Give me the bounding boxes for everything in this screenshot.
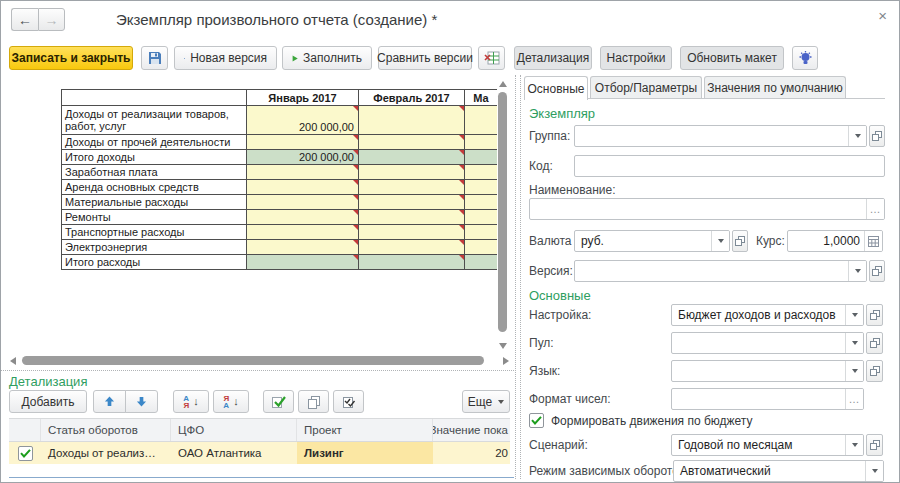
row-label[interactable]: Итого доходы (62, 150, 247, 165)
row-label[interactable]: Электроэнергия (62, 240, 247, 255)
sheet-row[interactable]: Ремонты (62, 210, 497, 225)
currency-open-button[interactable] (732, 230, 748, 252)
move-down-button[interactable] (125, 390, 158, 413)
number-format-ellipsis-button[interactable]: … (845, 389, 863, 409)
column-header-cfo[interactable]: ЦФО (171, 419, 297, 441)
group-dropdown-button[interactable] (848, 126, 866, 146)
tab-main[interactable]: Основные (524, 76, 588, 100)
setting-dropdown-button[interactable] (845, 305, 863, 325)
number-format-field[interactable]: … (671, 388, 864, 410)
save-button[interactable] (141, 46, 168, 70)
cell-feb[interactable] (359, 150, 465, 165)
rate-field[interactable]: 1,0000 (787, 230, 883, 252)
code-field[interactable] (574, 155, 885, 177)
language-open-button[interactable] (866, 360, 883, 382)
cell-article[interactable]: Доходы от реализ… (41, 442, 171, 464)
group-field[interactable] (574, 125, 867, 147)
new-version-button[interactable]: Новая версия (174, 46, 277, 70)
pool-open-button[interactable] (866, 332, 883, 354)
close-icon[interactable]: × (878, 7, 887, 24)
detailing-table-row[interactable]: Доходы от реализ… ОАО Атлантика Лизинг 2… (9, 442, 510, 464)
column-header-project[interactable]: Проект (297, 419, 433, 441)
group-open-button[interactable] (869, 125, 885, 147)
sheet-row[interactable]: Транспортные расходы (62, 225, 497, 240)
version-open-button[interactable] (869, 260, 885, 282)
cell-jan[interactable] (247, 165, 359, 180)
copy-button[interactable] (298, 390, 329, 413)
cell-feb[interactable] (359, 225, 465, 240)
horizontal-scroll-thumb[interactable] (22, 356, 484, 365)
checkbox-column-header[interactable] (9, 419, 41, 441)
currency-field[interactable]: руб. (574, 230, 730, 252)
scroll-up-icon[interactable] (499, 81, 507, 87)
cell-mar-clipped[interactable] (465, 106, 497, 135)
pool-dropdown-button[interactable] (845, 333, 863, 353)
sheet-row[interactable]: Доходы от реализации товаров, работ, усл… (62, 106, 497, 135)
hint-button[interactable] (792, 46, 818, 70)
row-checkbox[interactable] (18, 446, 33, 461)
column-header-value[interactable]: Значение пока (433, 419, 510, 441)
cell-feb[interactable] (359, 210, 465, 225)
save-and-close-button[interactable]: Записать и закрыть (9, 46, 133, 70)
cell-mar-clipped[interactable] (465, 150, 497, 165)
dependent-mode-dropdown-button[interactable] (865, 461, 883, 481)
tab-default-values[interactable]: Значения по умолчанию (704, 76, 846, 99)
scenario-open-button[interactable] (866, 434, 883, 456)
movements-checkbox[interactable] (529, 413, 544, 428)
sheet-horizontal-scrollbar[interactable] (9, 355, 510, 367)
sheet-vertical-scrollbar[interactable] (497, 79, 509, 349)
row-label[interactable]: Ремонты (62, 210, 247, 225)
row-label[interactable]: Доходы от реализации товаров, работ, усл… (62, 106, 247, 135)
cell-feb[interactable] (359, 195, 465, 210)
cell-jan[interactable] (247, 240, 359, 255)
movements-checkbox-row[interactable]: Формировать движения по бюджету (529, 413, 753, 428)
add-row-button[interactable]: Добавить (9, 390, 87, 413)
language-field[interactable] (671, 360, 864, 382)
pool-field[interactable] (671, 332, 864, 354)
cell-mar-clipped[interactable] (465, 240, 497, 255)
setting-field[interactable]: Бюджет доходов и расходов (671, 304, 864, 326)
scroll-left-icon[interactable] (10, 357, 16, 365)
cell-jan[interactable]: 200 000,00 (247, 106, 359, 135)
cell-cfo[interactable]: ОАО Атлантика (171, 442, 297, 464)
cell-mar-clipped[interactable] (465, 135, 497, 150)
compare-versions-button[interactable]: Сравнить версии (378, 46, 472, 70)
setting-open-button[interactable] (866, 304, 883, 326)
cell-feb[interactable] (359, 180, 465, 195)
set-flag-button[interactable] (263, 390, 294, 413)
update-layout-button[interactable]: Обновить макет (680, 46, 784, 70)
rate-calculator-button[interactable] (864, 231, 882, 251)
row-label[interactable]: Транспортные расходы (62, 225, 247, 240)
cell-mar-clipped[interactable] (465, 225, 497, 240)
horizontal-splitter[interactable] (1, 370, 514, 371)
cell-feb[interactable] (359, 240, 465, 255)
forward-button[interactable]: → (38, 8, 65, 31)
move-up-button[interactable] (93, 390, 126, 413)
scenario-field[interactable]: Годовой по месяцам (671, 434, 864, 456)
cell-jan[interactable] (247, 135, 359, 150)
row-label[interactable]: Итого расходы (62, 255, 247, 270)
cell-jan[interactable] (247, 255, 359, 270)
scroll-right-icon[interactable] (503, 357, 509, 365)
sheet-row[interactable]: Аренда основных средств (62, 180, 497, 195)
sheet-row[interactable]: Электроэнергия (62, 240, 497, 255)
fill-button[interactable]: Заполнить (282, 46, 372, 70)
back-button[interactable]: ← (11, 8, 38, 31)
tab-filter-parameters[interactable]: Отбор/Параметры (590, 76, 702, 99)
more-button[interactable]: Еще (462, 390, 510, 413)
sort-ascending-button[interactable]: АЯ↓ (173, 390, 209, 413)
row-label[interactable]: Материальные расходы (62, 195, 247, 210)
cell-feb[interactable] (359, 135, 465, 150)
row-label[interactable]: Заработная плата (62, 165, 247, 180)
scenario-dropdown-button[interactable] (845, 435, 863, 455)
cell-mar-clipped[interactable] (465, 180, 497, 195)
scroll-down-icon[interactable] (499, 343, 507, 349)
excel-export-button[interactable] (478, 46, 505, 70)
cell-mar-clipped[interactable] (465, 210, 497, 225)
cell-jan[interactable] (247, 180, 359, 195)
budget-spreadsheet[interactable]: Январь 2017 Февраль 2017 Ма Доходы от ре… (61, 89, 497, 270)
name-ellipsis-button[interactable]: … (866, 199, 884, 219)
currency-dropdown-button[interactable] (711, 231, 729, 251)
cell-feb[interactable] (359, 165, 465, 180)
cell-feb[interactable] (359, 255, 465, 270)
